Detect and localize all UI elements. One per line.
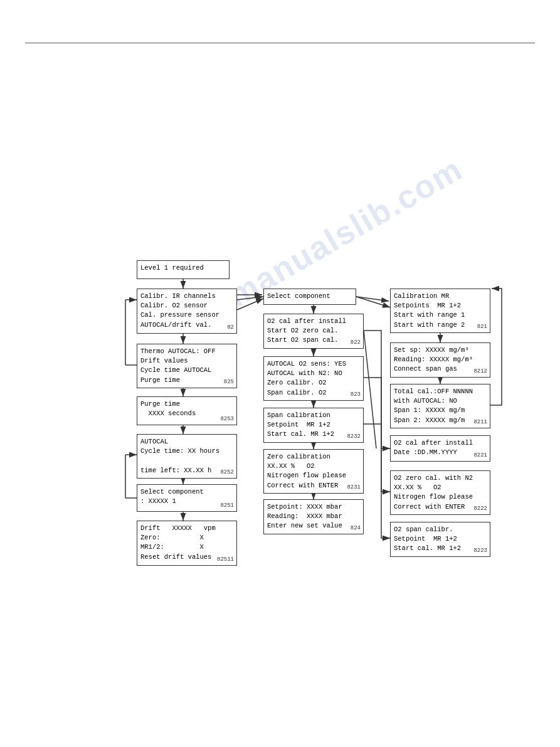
box-number-8231: 8231 xyxy=(347,484,361,492)
box-82: Calibr. IR channels Calibr. O2 sensor Ca… xyxy=(137,289,237,334)
box-number-8221: 8221 xyxy=(473,452,487,460)
box-8251: Select component : XXXXX 18251 xyxy=(137,484,237,512)
box-number-8251: 8251 xyxy=(220,502,234,510)
box-number-8253: 8253 xyxy=(220,415,234,423)
box-8221: O2 cal after install Date :DD.MM.YYYY822… xyxy=(390,435,490,462)
box-number-822: 822 xyxy=(351,339,361,347)
box-number-825: 825 xyxy=(224,378,234,386)
page: manualslib.com xyxy=(0,0,560,747)
top-divider xyxy=(25,43,535,43)
box-number-82511: 82511 xyxy=(217,556,234,564)
box-821: Calibration MR Setpoints MR 1+2 Start wi… xyxy=(390,289,490,333)
box-number-821: 821 xyxy=(477,323,487,331)
box-8212: Set sp: XXXXX mg/m³ Reading: XXXXX mg/m³… xyxy=(390,342,490,378)
box-number-8222: 8222 xyxy=(473,505,487,513)
box-82511: Drift XXXXX vpm Zero: X MR1/2: X Reset d… xyxy=(137,521,237,566)
select-component-box: Select component xyxy=(263,289,356,305)
level-1-required-box: Level 1 required xyxy=(137,260,230,279)
box-824: Setpoint: XXXX mbar Reading: XXXX mbar E… xyxy=(263,499,364,534)
box-number-8252: 8252 xyxy=(220,469,234,477)
box-822: AUTOCAL O2 sens: YES AUTOCAL with N2: NO… xyxy=(263,356,364,401)
box-number-823: 823 xyxy=(351,391,361,399)
box-number-82: 82 xyxy=(227,324,234,332)
svg-line-3 xyxy=(237,297,263,300)
box-purge-time: Purge time XXXX seconds8253 xyxy=(137,396,237,425)
box-825: Thermo AUTOCAL: OFF Drift values Cycle t… xyxy=(137,344,237,388)
box-number-8211: 8211 xyxy=(473,418,487,426)
box-8222: O2 zero cal. with N2 XX.XX % O2 Nitrogen… xyxy=(390,470,490,515)
svg-line-2 xyxy=(237,299,263,310)
svg-line-22 xyxy=(356,297,389,301)
box-8223: O2 span calibr. Setpoint MR 1+2 Start ca… xyxy=(390,522,490,557)
box-8232: Span calibration Setpoint MR 1+2 Start c… xyxy=(263,408,364,443)
box-number-824: 824 xyxy=(351,524,361,532)
svg-line-4 xyxy=(356,297,390,307)
box-number-8212: 8212 xyxy=(473,368,487,376)
svg-line-25 xyxy=(364,331,376,448)
box-number-8223: 8223 xyxy=(473,547,487,555)
box-8211: Total cal.:OFF NNNNN with AUTOCAL: NO Sp… xyxy=(390,384,490,428)
box-82-right: O2 cal after install Start O2 zero cal. … xyxy=(263,314,364,349)
box-number-8232: 8232 xyxy=(347,433,361,441)
box-8252: AUTOCAL Cycle time: XX hours time left: … xyxy=(137,434,237,479)
box-8231: Zero calibration XX.XX % O2 Nitrogen flo… xyxy=(263,449,364,494)
